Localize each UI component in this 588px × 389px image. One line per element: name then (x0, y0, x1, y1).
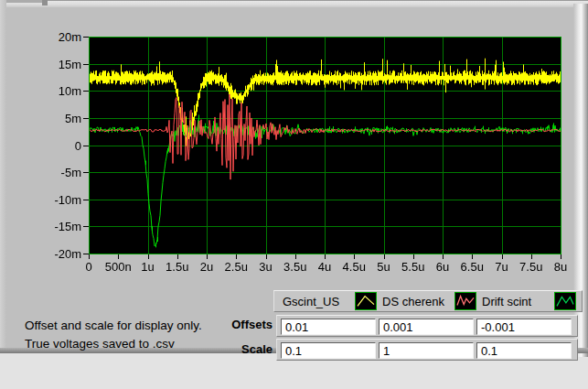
x-tick-mark (531, 254, 532, 259)
x-tick-mark (89, 254, 90, 259)
scale-input-2[interactable] (379, 342, 474, 359)
waveform-graph (89, 37, 561, 254)
y-tick-label: -20m (41, 247, 81, 261)
x-tick-label: 8u (537, 260, 584, 274)
y-tick-mark (83, 37, 89, 38)
x-tick-mark (295, 254, 296, 259)
panel-top-bevel (0, 0, 588, 7)
offset-input-1[interactable] (281, 319, 376, 335)
y-tick-label: -5m (41, 166, 81, 179)
y-tick-label: 10m (41, 84, 81, 98)
plot-legend: Gscint_USDS cherenkDrift scint (273, 290, 583, 312)
waveform-icon[interactable] (454, 292, 476, 310)
y-tick-label: -15m (41, 220, 81, 233)
legend-item-drift-scint[interactable]: Drift scint (482, 292, 582, 310)
x-tick-mark (413, 254, 414, 259)
offsets-cluster (276, 315, 578, 337)
x-tick-mark (266, 254, 267, 259)
x-tick-mark (472, 254, 473, 259)
x-tick-mark (148, 254, 149, 259)
x-tick-mark (502, 254, 503, 259)
waveform-icon[interactable] (355, 292, 377, 310)
x-tick-mark (118, 254, 119, 259)
legend-label: Gscint_US (283, 295, 355, 308)
x-tick-mark (443, 254, 444, 259)
scale-cluster (276, 339, 578, 361)
x-tick-mark (325, 254, 326, 259)
offset-input-3[interactable] (476, 319, 572, 335)
scale-input-3[interactable] (476, 342, 572, 359)
legend-item-ds-cherenk[interactable]: DS cherenk (382, 292, 482, 310)
x-tick-mark (177, 254, 178, 259)
x-tick-mark (354, 254, 355, 259)
y-tick-label: 5m (41, 112, 81, 125)
x-tick-mark (236, 254, 237, 259)
offsets-label: Offsets (208, 318, 273, 331)
y-tick-label: 15m (41, 58, 81, 71)
y-tick-mark (83, 91, 89, 92)
y-tick-mark (83, 200, 89, 200)
x-tick-mark (561, 254, 561, 259)
y-tick-mark (83, 226, 89, 227)
scale-label: Scale (208, 342, 273, 356)
display-note-line2: True voltages saved to .csv (25, 335, 202, 353)
x-tick-mark (207, 254, 208, 259)
y-tick-label: 20m (41, 30, 81, 44)
x-tick-mark (384, 254, 385, 259)
y-tick-mark (83, 146, 89, 146)
scale-input-1[interactable] (281, 342, 376, 359)
panel-left-bevel (0, 0, 6, 353)
panel-notch-decoration (42, 0, 48, 5)
legend-label: DS cherenk (382, 295, 454, 308)
display-note-line1: Offset and scale for display only. (25, 317, 202, 335)
labview-front-panel: 20m15m10m5m0-5m-10m-15m-20m 0500n1u1.5u2… (0, 0, 588, 389)
legend-label: Drift scint (482, 295, 554, 308)
y-tick-label: 0 (41, 139, 81, 153)
offset-input-2[interactable] (379, 319, 474, 335)
waveform-icon[interactable] (554, 292, 576, 310)
y-tick-label: -10m (41, 193, 81, 207)
y-tick-mark (83, 64, 89, 65)
legend-item-gscint-us[interactable]: Gscint_US (283, 292, 382, 310)
y-tick-mark (83, 118, 89, 119)
display-note: Offset and scale for display only. True … (25, 317, 202, 353)
y-tick-mark (83, 172, 89, 173)
